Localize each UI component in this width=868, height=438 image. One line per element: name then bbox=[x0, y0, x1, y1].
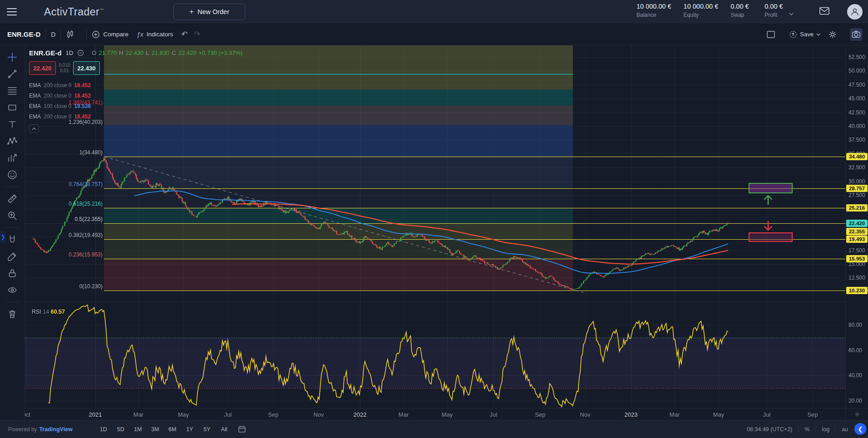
remove-drawings-tool[interactable] bbox=[5, 307, 20, 321]
tradingview-link[interactable]: TradingView bbox=[39, 426, 72, 433]
log-scale-button[interactable]: log bbox=[822, 426, 829, 433]
take-profit-box[interactable] bbox=[749, 183, 793, 193]
stat-value: 0.00 € bbox=[730, 3, 752, 10]
range-button-1y[interactable]: 1Y bbox=[182, 424, 197, 434]
price-tick: 47.500 bbox=[846, 82, 868, 88]
powered-by-label: Powered by bbox=[8, 426, 37, 433]
symbol-button[interactable]: ENR.GE-D bbox=[7, 30, 40, 38]
range-button-all[interactable]: All bbox=[217, 424, 232, 434]
time-label: May bbox=[173, 411, 194, 418]
emoji-tool[interactable] bbox=[5, 168, 20, 182]
price-tick: 42.500 bbox=[846, 109, 868, 116]
rsi-tick: 80.00 bbox=[846, 322, 868, 328]
stat-label: Swap bbox=[730, 12, 752, 18]
legend-collapse-button[interactable] bbox=[29, 124, 39, 133]
price-tick: 37.500 bbox=[846, 137, 868, 143]
buy-price-button[interactable]: 22.430 bbox=[73, 61, 100, 75]
time-label: Sep bbox=[802, 411, 824, 418]
interval-button[interactable]: D bbox=[51, 31, 55, 38]
rsi-tick: 40.00 bbox=[846, 372, 868, 379]
auto-scale-button[interactable]: au bbox=[842, 426, 848, 433]
redo-icon[interactable]: ↷ bbox=[194, 30, 201, 39]
clock: 08:34:49 (UTC+2) bbox=[747, 426, 792, 433]
tool-group-separator bbox=[5, 187, 19, 187]
price-tag: 25.216 bbox=[846, 204, 868, 212]
range-button-6m[interactable]: 6M bbox=[165, 424, 180, 434]
menu-icon[interactable] bbox=[7, 8, 17, 15]
remove-drawings-icon bbox=[7, 309, 17, 319]
time-label: 2021 bbox=[84, 411, 106, 418]
settings-icon[interactable] bbox=[828, 30, 837, 39]
price-tick: 17.500 bbox=[846, 247, 868, 254]
chart-toolbar: ENR.GE-D D Compare ƒx Indicators ↶ ↷ Sav… bbox=[0, 24, 868, 45]
pattern-tool[interactable] bbox=[5, 134, 20, 148]
panel-toggle-button[interactable]: ❮ bbox=[854, 423, 866, 435]
measure-tool[interactable] bbox=[5, 192, 20, 206]
price-chart-canvas[interactable] bbox=[25, 45, 845, 408]
hide-drawings-tool[interactable] bbox=[5, 283, 20, 297]
avatar[interactable] bbox=[847, 4, 863, 20]
time-label: May bbox=[436, 411, 458, 418]
price-tick: 40.000 bbox=[846, 123, 868, 129]
top-bar: ActivTrader™ + New Order 10 000.00 €Bala… bbox=[0, 0, 868, 24]
multichart-layout-icon[interactable] bbox=[766, 30, 775, 39]
axis-gear-icon[interactable] bbox=[854, 411, 860, 418]
indicators-button[interactable]: ƒx Indicators bbox=[137, 31, 173, 38]
stat-value: 10 000.00 € bbox=[636, 3, 671, 10]
text-tool[interactable] bbox=[5, 118, 20, 131]
hide-symbol-icon[interactable] bbox=[77, 49, 84, 56]
range-button-5d[interactable]: 5D bbox=[113, 424, 128, 434]
profit-caret-icon[interactable] bbox=[789, 13, 794, 15]
bottom-bar: Powered by TradingView 1D5D1M3M6M1Y5YAll… bbox=[0, 420, 868, 438]
save-button[interactable]: Save bbox=[789, 30, 821, 39]
account-stat-equity: 10 000.00 €Equity bbox=[684, 3, 719, 18]
left-panel-expand-chevron[interactable]: ❯ bbox=[0, 231, 6, 243]
time-label: Mar bbox=[128, 411, 149, 418]
price-tag: 22.355 bbox=[846, 228, 868, 235]
sell-price-button[interactable]: 22.420 bbox=[29, 61, 56, 75]
draw-tool[interactable] bbox=[5, 250, 20, 263]
new-order-button[interactable]: + New Order bbox=[173, 4, 245, 20]
compare-icon bbox=[92, 30, 100, 39]
hide-drawings-icon bbox=[7, 285, 17, 295]
price-tag: 28.757 bbox=[846, 185, 868, 192]
time-label: Mar bbox=[664, 411, 686, 418]
price-tag: 22.420 bbox=[846, 220, 868, 227]
range-button-5y[interactable]: 5Y bbox=[200, 424, 214, 434]
price-tick: 50.000 bbox=[846, 68, 868, 74]
stop-loss-box[interactable] bbox=[749, 232, 793, 242]
pattern-icon bbox=[7, 136, 17, 146]
percent-scale-button[interactable]: % bbox=[804, 426, 809, 433]
screenshot-icon[interactable] bbox=[850, 28, 863, 41]
compare-button[interactable]: Compare bbox=[92, 30, 128, 39]
crosshair-tool[interactable] bbox=[5, 50, 20, 64]
goto-date-icon[interactable] bbox=[238, 425, 246, 433]
price-tag: 10.230 bbox=[846, 287, 868, 294]
stat-label: Balance bbox=[636, 12, 671, 18]
price-tick: 32.500 bbox=[846, 164, 868, 171]
price-tick: 52.500 bbox=[846, 54, 868, 60]
price-tag: 34.480 bbox=[846, 153, 868, 160]
range-button-1m[interactable]: 1M bbox=[131, 424, 145, 434]
lock-tool[interactable] bbox=[5, 266, 20, 280]
zoom-tool[interactable] bbox=[5, 209, 20, 222]
price-tag: 19.493 bbox=[846, 236, 868, 243]
chart-style-icon[interactable] bbox=[66, 30, 75, 39]
undo-icon[interactable]: ↶ bbox=[181, 30, 187, 39]
draw-icon bbox=[7, 251, 17, 261]
magnet-tool[interactable] bbox=[5, 233, 20, 246]
range-button-1d[interactable]: 1D bbox=[96, 424, 111, 434]
trend-line-icon bbox=[7, 69, 17, 79]
stat-label: Profit bbox=[764, 12, 786, 18]
sell-arrow-marker[interactable] bbox=[761, 221, 775, 232]
mail-icon[interactable] bbox=[819, 7, 829, 15]
time-label: 2023 bbox=[620, 411, 642, 418]
shapes-tool[interactable] bbox=[5, 101, 20, 114]
price-scale[interactable]: 52.50050.00047.50045.00042.50040.00037.5… bbox=[845, 45, 868, 408]
forecast-tool[interactable] bbox=[5, 151, 20, 165]
buy-arrow-marker[interactable] bbox=[761, 193, 775, 205]
range-button-3m[interactable]: 3M bbox=[148, 424, 163, 434]
trend-line-tool[interactable] bbox=[5, 67, 20, 81]
time-axis[interactable]: Oct2021MarMayJulSepNov2022MarMayJulSepNo… bbox=[25, 408, 845, 420]
fib-retracement-tool[interactable] bbox=[5, 84, 20, 98]
